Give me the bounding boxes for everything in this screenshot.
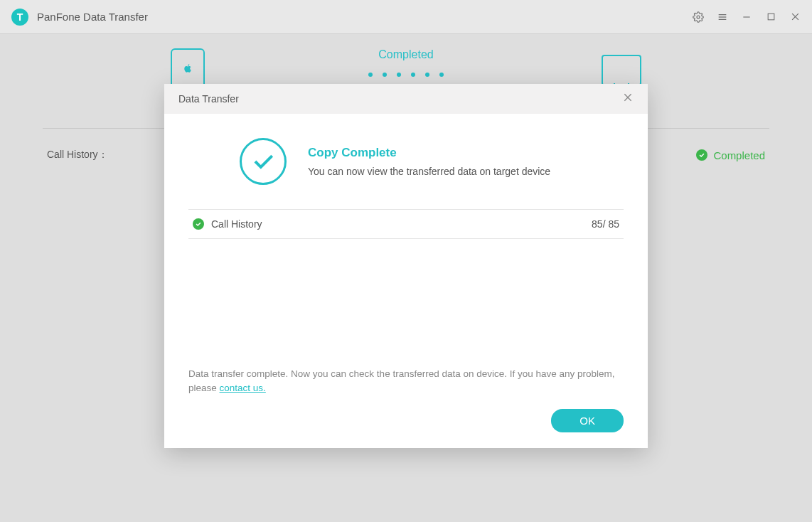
result-item-name: Call History — [211, 218, 592, 230]
modal-header: Data Transfer — [164, 84, 648, 114]
result-item-count: 85/ 85 — [592, 218, 619, 230]
modal-body: Copy Complete You can now view the trans… — [164, 114, 648, 253]
data-transfer-modal: Data Transfer Copy Complete You can now … — [164, 84, 648, 448]
modal-footer: Data transfer complete. Now you can chec… — [164, 367, 648, 448]
contact-us-link[interactable]: contact us. — [220, 383, 266, 393]
modal-hero-subtitle: You can now view the transferred data on… — [308, 166, 550, 177]
modal-hero: Copy Complete You can now view the trans… — [188, 138, 624, 185]
modal-backdrop: Data Transfer Copy Complete You can now … — [0, 0, 812, 522]
modal-close-icon[interactable] — [622, 92, 634, 107]
ok-button[interactable]: OK — [551, 409, 624, 432]
check-circle-icon — [193, 218, 211, 230]
modal-hero-title: Copy Complete — [308, 146, 550, 160]
modal-hero-text: Copy Complete You can now view the trans… — [308, 146, 550, 177]
modal-footer-text: Data transfer complete. Now you can chec… — [188, 367, 624, 396]
result-list: Call History 85/ 85 — [188, 209, 624, 239]
success-check-icon — [240, 138, 287, 185]
result-item: Call History 85/ 85 — [188, 210, 624, 239]
modal-title: Data Transfer — [178, 93, 622, 105]
